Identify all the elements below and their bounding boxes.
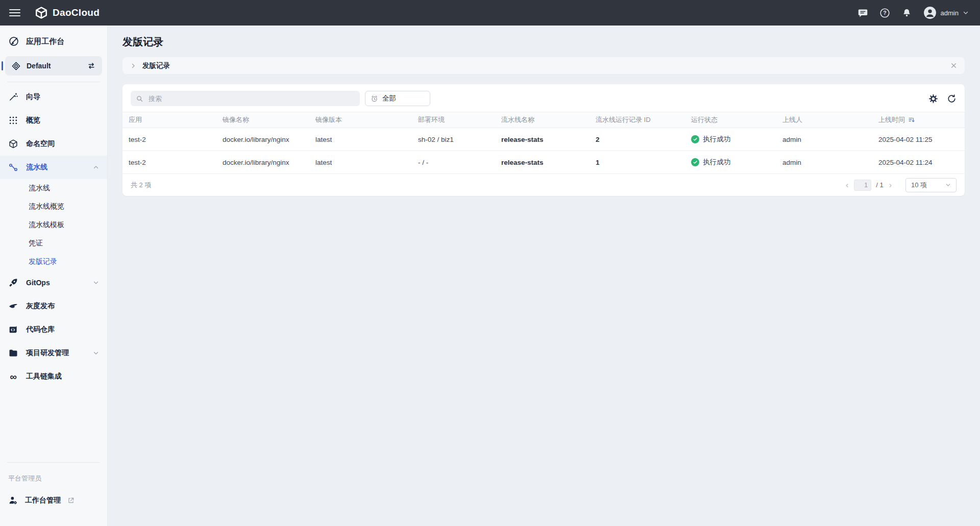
workspace-icon xyxy=(11,61,21,71)
search-box[interactable] xyxy=(131,91,360,106)
chevron-down-icon xyxy=(945,182,951,188)
sidebar-subitem-pipeline-template[interactable]: 流水线模板 xyxy=(0,216,107,234)
gear-icon[interactable] xyxy=(928,94,938,104)
sidebar-item-label: GitOps xyxy=(26,279,50,287)
sidebar-footer: 平台管理员 工作台管理 xyxy=(0,459,107,526)
help-icon[interactable]: ? xyxy=(879,8,890,18)
status-text: 执行成功 xyxy=(703,158,730,167)
workspace-selector[interactable]: Default xyxy=(5,56,102,76)
sidebar-item-label: 流水线 xyxy=(26,163,47,172)
cell-time: 2025-04-02 11:24 xyxy=(872,151,965,174)
switch-workspace-icon[interactable] xyxy=(87,61,96,70)
user-menu[interactable]: admin xyxy=(923,6,969,19)
page-size-select[interactable]: 10 项 xyxy=(905,178,957,192)
user-gear-icon xyxy=(8,495,18,506)
cell-env: - / - xyxy=(412,151,495,174)
sidebar-item-label: 向导 xyxy=(26,92,40,102)
sidebar-item-wizard[interactable]: 向导 xyxy=(0,85,107,109)
cell-app: test-2 xyxy=(122,151,216,174)
sidebar-item-code-repo[interactable]: 代码仓库 xyxy=(0,318,107,341)
sidebar-subitem-label: 流水线模板 xyxy=(29,220,64,230)
workbench-icon xyxy=(8,36,19,47)
col-run-id: 流水线运行记录 ID xyxy=(590,112,685,128)
release-records-card: 全部 xyxy=(122,84,965,196)
cube-logo-icon xyxy=(35,6,48,19)
daocloud-logo[interactable]: DaoCloud xyxy=(35,6,100,19)
col-operator: 上线人 xyxy=(776,112,872,128)
page-number-input[interactable] xyxy=(854,180,871,191)
sidebar-item-label: 工具链集成 xyxy=(26,372,62,381)
wand-icon xyxy=(8,92,18,102)
table-toolbar: 全部 xyxy=(122,84,965,112)
col-image-name: 镜像名称 xyxy=(216,112,309,128)
table-row[interactable]: test-2 docker.io/library/nginx latest sh… xyxy=(122,128,965,151)
infinity-icon: ∞ xyxy=(8,372,18,382)
sidebar-item-workbench[interactable]: 应用工作台 xyxy=(0,26,107,55)
sidebar-subitem-label: 凭证 xyxy=(29,239,43,248)
col-pipeline-name: 流水线名称 xyxy=(495,112,590,128)
sidebar: 应用工作台 Default xyxy=(0,26,108,526)
pipeline-icon xyxy=(8,162,18,172)
col-image-version: 镜像版本 xyxy=(309,112,412,128)
sidebar-item-pipeline-group[interactable]: 流水线 xyxy=(0,156,107,179)
sidebar-subitem-pipeline[interactable]: 流水线 xyxy=(0,179,107,197)
username-label: admin xyxy=(941,9,959,17)
cube-icon xyxy=(8,139,18,149)
success-check-icon xyxy=(691,158,699,166)
sidebar-subitem-credentials[interactable]: 凭证 xyxy=(0,234,107,253)
sidebar-subitem-release-records[interactable]: 发版记录 xyxy=(0,253,107,271)
sidebar-subitem-pipeline-overview[interactable]: 流水线概览 xyxy=(0,197,107,216)
cell-version: latest xyxy=(309,151,412,174)
sidebar-subitem-label: 流水线概览 xyxy=(29,202,64,211)
page-size-value: 10 项 xyxy=(911,181,927,190)
refresh-icon[interactable] xyxy=(947,94,957,104)
bird-icon xyxy=(8,301,18,311)
sidebar-item-toolchain[interactable]: ∞ 工具链集成 xyxy=(0,365,107,388)
notifications-bell-icon[interactable] xyxy=(901,8,912,18)
active-workspace-indicator xyxy=(2,61,3,70)
cell-operator: admin xyxy=(776,128,872,151)
tab-release-records[interactable]: 发版记录 xyxy=(142,61,170,70)
grid-icon xyxy=(8,115,18,126)
code-repo-icon xyxy=(8,324,18,335)
col-online-time: 上线时间 xyxy=(872,112,965,128)
next-page-icon[interactable]: › xyxy=(888,181,893,189)
sidebar-item-project-management[interactable]: 项目研发管理 xyxy=(0,341,107,365)
sidebar-subitem-label: 发版记录 xyxy=(29,257,57,266)
cell-pipeline: release-stats xyxy=(495,151,590,174)
chevron-right-icon[interactable] xyxy=(130,63,136,69)
workspace-label: Default xyxy=(27,62,51,70)
table-row[interactable]: test-2 docker.io/library/nginx latest - … xyxy=(122,151,965,174)
col-run-status: 运行状态 xyxy=(685,112,776,128)
sort-descending-icon[interactable] xyxy=(908,116,915,123)
cell-time: 2025-04-02 11:25 xyxy=(872,128,965,151)
sidebar-item-namespace[interactable]: 命名空间 xyxy=(0,132,107,156)
cell-run-id: 1 xyxy=(590,151,685,174)
page-title: 发版记录 xyxy=(122,35,965,49)
search-input[interactable] xyxy=(148,94,355,103)
sidebar-item-gray-release[interactable]: 灰度发布 xyxy=(0,294,107,318)
time-filter-select[interactable]: 全部 xyxy=(365,91,430,106)
table-footer: 共 2 项 ‹ / 1 › 10 项 xyxy=(122,174,965,196)
prev-page-icon[interactable]: ‹ xyxy=(845,181,849,189)
col-online-time-label: 上线时间 xyxy=(878,115,905,124)
cell-version: latest xyxy=(309,128,412,151)
sidebar-item-label: 代码仓库 xyxy=(26,325,55,334)
release-records-table: 应用 镜像名称 镜像版本 部署环境 流水线名称 流水线运行记录 ID 运行状态 … xyxy=(122,112,965,174)
search-icon xyxy=(136,95,143,103)
workbench-label: 应用工作台 xyxy=(26,37,64,46)
cell-operator: admin xyxy=(776,151,872,174)
sidebar-item-gitops[interactable]: GitOps xyxy=(0,271,107,294)
sidebar-item-overview[interactable]: 概览 xyxy=(0,109,107,132)
chevron-up-icon xyxy=(93,164,99,170)
messages-icon[interactable] xyxy=(857,8,868,18)
hamburger-menu-icon[interactable] xyxy=(9,7,20,18)
workbench-manage-link[interactable]: 工作台管理 xyxy=(0,489,107,512)
cell-image: docker.io/library/nginx xyxy=(216,128,309,151)
sidebar-item-label: 灰度发布 xyxy=(26,302,55,311)
sidebar-item-label: 概览 xyxy=(26,116,40,125)
cell-image: docker.io/library/nginx xyxy=(216,151,309,174)
rocket-icon xyxy=(8,278,18,288)
clock-icon xyxy=(371,95,378,103)
close-tab-icon[interactable] xyxy=(950,62,957,69)
